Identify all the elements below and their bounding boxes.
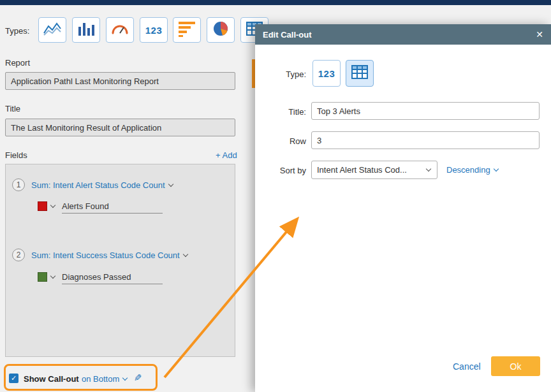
callout-title-input[interactable] [311, 102, 540, 120]
gauge-icon [110, 20, 129, 40]
field-number-badge: 1 [12, 178, 25, 191]
number-123-icon: 123 [318, 68, 335, 79]
screen: Types: 123 [0, 0, 551, 392]
cancel-button[interactable]: Cancel [453, 361, 481, 372]
chevron-down-icon [50, 273, 55, 279]
callout-row-label: Row [255, 136, 306, 146]
pie-chart-icon [211, 20, 230, 40]
chevron-down-icon [426, 166, 431, 171]
fields-label: Fields [5, 150, 27, 160]
column-chart-icon [77, 20, 96, 40]
color-swatch [38, 272, 47, 282]
show-callout-label: Show Call-out [24, 374, 79, 384]
gauge-type-button[interactable] [106, 17, 134, 43]
dialog-title: Edit Call-out [263, 30, 536, 40]
line-chart-type-button[interactable] [38, 17, 66, 43]
callout-type-table-button[interactable] [346, 60, 374, 87]
callout-position-dropdown[interactable]: on Bottom [82, 374, 127, 384]
type-label: Type: [255, 69, 306, 79]
field-metric-label: Sum: Intent Success Status Code Count [31, 250, 180, 260]
chevron-down-icon [122, 375, 128, 381]
sort-direction-dropdown[interactable]: Descending [446, 165, 498, 175]
pie-chart-type-button[interactable] [207, 17, 235, 43]
callout-type-number-button[interactable]: 123 [312, 60, 341, 87]
hbar-chart-icon [177, 20, 196, 40]
field-alias-input[interactable]: Alerts Found [62, 201, 163, 214]
number-type-button[interactable]: 123 [140, 17, 168, 43]
chevron-down-icon [168, 182, 173, 187]
field-number-badge: 2 [12, 249, 25, 261]
report-label: Report [5, 58, 30, 68]
field-metric-dropdown[interactable]: Sum: Intent Success Status Code Count [31, 250, 187, 260]
number-123-icon: 123 [145, 25, 163, 36]
callout-row-input[interactable] [311, 131, 540, 149]
chevron-down-icon [493, 166, 498, 171]
ok-button[interactable]: Ok [491, 356, 540, 376]
title-label: Title [5, 104, 20, 113]
sort-direction-value: Descending [446, 165, 490, 175]
edit-callout-dialog: Edit Call-out ✕ Type: 123 Title: Row Sor… [255, 24, 551, 392]
field-color-dropdown[interactable] [38, 272, 55, 282]
add-field-link[interactable]: + Add [216, 150, 237, 160]
line-chart-icon [43, 20, 62, 40]
show-callout-checkbox[interactable]: ✓ [9, 374, 18, 383]
fields-panel: 1 Sum: Intent Alert Status Code Count Al… [5, 164, 235, 357]
column-chart-type-button[interactable] [72, 17, 100, 43]
sort-by-value: Intent Alert Status Cod... [317, 165, 407, 175]
report-input[interactable] [5, 72, 235, 90]
dialog-header: Edit Call-out ✕ [255, 24, 551, 45]
sort-by-label: Sort by [255, 166, 306, 175]
hbar-chart-type-button[interactable] [173, 17, 201, 43]
edit-pencil-icon[interactable]: ✎ [134, 372, 142, 384]
close-icon[interactable]: ✕ [536, 29, 543, 40]
field-metric-dropdown[interactable]: Sum: Intent Alert Status Code Count [31, 180, 173, 190]
field-color-dropdown[interactable] [38, 201, 55, 211]
field-metric-label: Sum: Intent Alert Status Code Count [31, 180, 165, 190]
table-icon [351, 65, 368, 82]
chevron-down-icon [182, 252, 187, 257]
sort-by-select[interactable]: Intent Alert Status Cod... [311, 161, 437, 179]
callout-title-label: Title: [255, 107, 306, 117]
chevron-down-icon [50, 203, 55, 208]
field-alias-input[interactable]: Diagnoses Passed [62, 272, 163, 284]
callout-position-value: on Bottom [82, 374, 119, 384]
top-bar [0, 0, 551, 5]
color-swatch [38, 201, 47, 211]
types-label: Types: [5, 26, 29, 36]
title-input[interactable] [5, 119, 235, 136]
